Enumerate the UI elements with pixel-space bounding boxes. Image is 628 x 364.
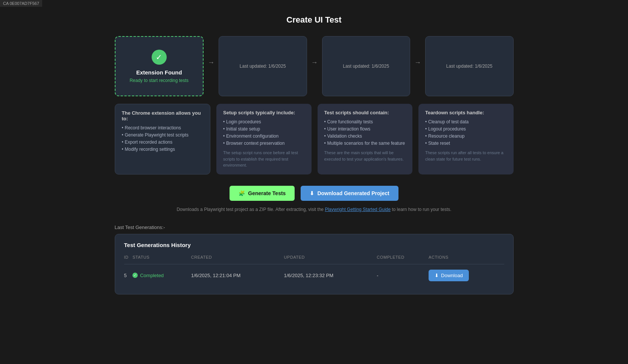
arrow-1: →	[204, 59, 219, 67]
download-button[interactable]: ⬇ Download	[429, 270, 469, 281]
col-status: STATUS	[132, 255, 191, 264]
info-text-after: to learn how to run your tests.	[391, 207, 451, 212]
extension-info-list: Record browser interactions Generate Pla…	[122, 125, 204, 152]
list-item: Record browser interactions	[122, 125, 204, 130]
extension-info-box: The Chrome extension allows you to: Reco…	[115, 104, 211, 174]
col-completed: COMPLETED	[377, 255, 429, 264]
history-table-container: Test Generations History ID STATUS CREAT…	[115, 234, 514, 294]
step-card-2: Last updated: 1/6/2025	[219, 36, 307, 96]
generate-tests-button[interactable]: 🧩 Generate Tests	[230, 186, 295, 201]
step-card-4: Last updated: 1/6/2025	[425, 36, 514, 96]
history-label: Last Test Generations:-	[115, 224, 514, 230]
arrow-2: →	[307, 59, 322, 67]
info-row: The Chrome extension allows you to: Reco…	[115, 104, 514, 174]
test-info-list: Core functionality tests User interactio…	[324, 119, 406, 146]
list-item: Initial state setup	[223, 126, 305, 132]
table-header-row: ID STATUS CREATED UPDATED COMPLETED ACTI…	[124, 255, 504, 264]
step-4-updated: Last updated: 1/6/2025	[446, 64, 493, 69]
list-item: User interaction flows	[324, 126, 406, 132]
teardown-info-list: Cleanup of test data Logout procedures R…	[425, 119, 507, 146]
top-badge: CA 0E007AD7F567	[0, 0, 42, 7]
list-item: Logout procedures	[425, 126, 507, 132]
step-3-updated: Last updated: 1/6/2025	[343, 64, 389, 69]
arrow-3: →	[410, 59, 425, 67]
list-item: Multiple scenarios for the same feature	[324, 141, 406, 146]
list-item: Core functionality tests	[324, 119, 406, 124]
list-item: State reset	[425, 141, 507, 146]
step-1-subtitle: Ready to start recording tests	[129, 78, 189, 83]
download-icon: ⬇	[435, 273, 439, 278]
col-updated: UPDATED	[284, 255, 377, 264]
list-item: Environment configuration	[223, 133, 305, 139]
extension-info-title: The Chrome extension allows you to:	[122, 110, 204, 121]
row-completed: -	[377, 264, 429, 287]
step-2-updated: Last updated: 1/6/2025	[240, 64, 286, 69]
list-item: Validation checks	[324, 133, 406, 139]
setup-info-list: Login procedures Initial state setup Env…	[223, 119, 305, 146]
status-dot-icon: ✓	[132, 273, 138, 278]
download-project-button[interactable]: ⬇ Download Generated Project	[301, 186, 398, 201]
history-title: Test Generations History	[124, 242, 504, 248]
row-actions: ⬇ Download	[429, 264, 504, 287]
step-card-3: Last updated: 1/6/2025	[322, 36, 411, 96]
download-project-label: Download Generated Project	[317, 190, 389, 196]
list-item: Login procedures	[223, 119, 305, 124]
setup-info-desc: The setup script runs once before all te…	[223, 150, 305, 168]
info-text-before: Downloads a Playwright test project as a…	[176, 207, 325, 212]
row-created: 1/6/2025, 12:21:04 PM	[191, 264, 284, 287]
status-completed: ✓ Completed	[132, 273, 191, 278]
setup-info-box: Setup scripts typically include: Login p…	[216, 104, 312, 174]
status-label: Completed	[140, 273, 164, 278]
puzzle-icon: 🧩	[239, 190, 245, 196]
list-item: Resource cleanup	[425, 133, 507, 139]
table-row: 5 ✓ Completed 1/6/2025, 12:21:04 PM 1/6/…	[124, 264, 504, 287]
download-label: Download	[441, 273, 463, 278]
row-updated: 1/6/2025, 12:23:32 PM	[284, 264, 377, 287]
col-id: ID	[124, 255, 133, 264]
playwright-guide-link[interactable]: Playwright Getting Started Guide	[325, 207, 391, 212]
row-status: ✓ Completed	[132, 264, 191, 287]
actions-row: 🧩 Generate Tests ⬇ Download Generated Pr…	[115, 186, 514, 201]
teardown-info-title: Teardown scripts handle:	[425, 110, 507, 115]
teardown-info-box: Teardown scripts handle: Cleanup of test…	[418, 104, 514, 174]
steps-row: ✓ Extension Found Ready to start recordi…	[115, 36, 514, 96]
setup-info-title: Setup scripts typically include:	[223, 110, 305, 115]
list-item: Modify recording settings	[122, 147, 204, 152]
test-info-box: Test scripts should contain: Core functi…	[318, 104, 413, 174]
generate-tests-label: Generate Tests	[248, 190, 286, 196]
download-project-icon: ⬇	[310, 190, 314, 196]
list-item: Browser context preservation	[223, 141, 305, 146]
step-1-title: Extension Found	[136, 69, 182, 76]
info-text: Downloads a Playwright test project as a…	[115, 206, 514, 213]
test-info-title: Test scripts should contain:	[324, 110, 406, 115]
list-item: Export recorded actions	[122, 140, 204, 145]
check-icon: ✓	[152, 50, 167, 65]
list-item: Generate Playwright test scripts	[122, 132, 204, 138]
col-actions: ACTIONS	[429, 255, 504, 264]
teardown-info-desc: These scripts run after all tests to ens…	[425, 150, 507, 162]
test-info-desc: These are the main scripts that will be …	[324, 150, 406, 162]
history-table: ID STATUS CREATED UPDATED COMPLETED ACTI…	[124, 255, 504, 287]
col-created: CREATED	[191, 255, 284, 264]
list-item: Cleanup of test data	[425, 119, 507, 124]
step-card-1: ✓ Extension Found Ready to start recordi…	[115, 36, 204, 96]
page-title: Create UI Test	[115, 15, 514, 25]
row-id: 5	[124, 264, 133, 287]
